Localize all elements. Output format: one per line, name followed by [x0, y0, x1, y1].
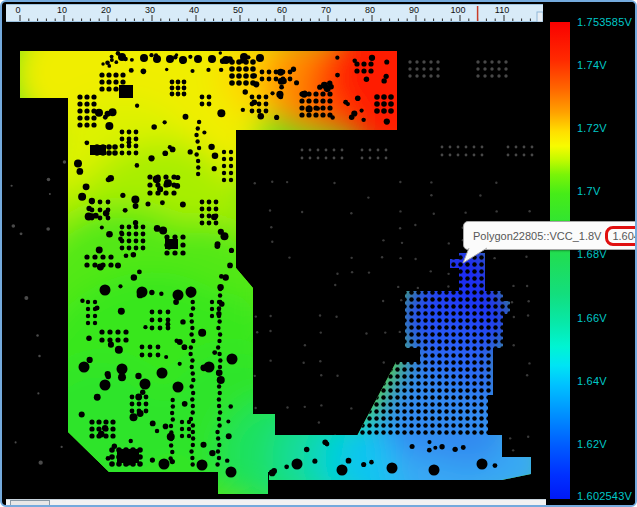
scale-tick-label: 1.64V: [577, 375, 607, 387]
scale-tick-label: 1.72V: [577, 122, 607, 134]
scale-tick-label: 1.68V: [577, 248, 607, 260]
probe-tooltip: Polygon22805::VCC_1.8V 1.60439V: [463, 221, 637, 250]
horizontal-ruler: 0102030405060708090100110: [6, 4, 543, 22]
tooltip-net-name: Polygon22805::VCC_1.8V: [473, 230, 601, 242]
color-scale-bar: [550, 22, 570, 499]
svg-text:80: 80: [365, 5, 375, 15]
tooltip-voltage-value: 1.60439V: [605, 226, 637, 246]
svg-text:10: 10: [57, 5, 67, 15]
horizontal-scrollbar[interactable]: [6, 499, 546, 507]
color-scale-panel: 1.753585V1.74V1.72V1.7V1.68V1.66V1.64V1.…: [547, 2, 637, 507]
svg-text:60: 60: [277, 5, 287, 15]
svg-text:100: 100: [450, 5, 465, 15]
scale-tick-label: 1.74V: [577, 59, 607, 71]
svg-text:20: 20: [101, 5, 111, 15]
scale-tick-label: 1.62V: [577, 438, 607, 450]
svg-text:30: 30: [145, 5, 155, 15]
svg-text:90: 90: [409, 5, 419, 15]
tooltip-pointer: [460, 247, 490, 265]
svg-text:110: 110: [495, 5, 509, 15]
board-viewer-window: 0102030405060708090100110 1.753585V1.74V…: [0, 0, 637, 507]
svg-text:70: 70: [321, 5, 331, 15]
svg-text:40: 40: [189, 5, 199, 15]
scale-tick-label: 1.753585V: [577, 16, 632, 28]
scale-tick-label: 1.602543V: [577, 490, 632, 502]
scale-tick-label: 1.66V: [577, 312, 607, 324]
scrollbar-thumb[interactable]: [10, 500, 50, 506]
scale-tick-label: 1.7V: [577, 185, 600, 197]
svg-text:50: 50: [233, 5, 243, 15]
svg-text:0: 0: [15, 5, 20, 15]
